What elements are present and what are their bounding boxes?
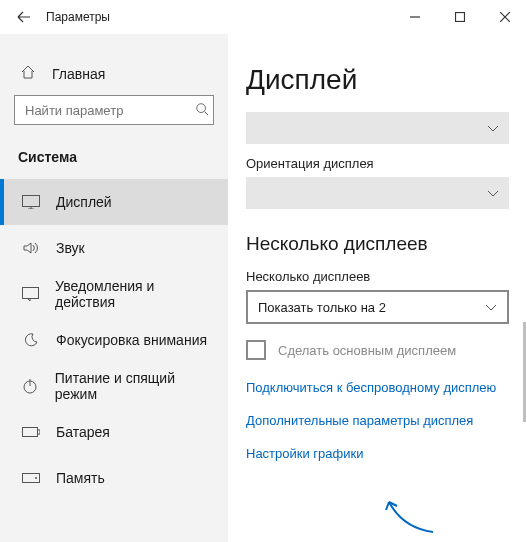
- minimize-button[interactable]: [392, 2, 437, 32]
- battery-icon: [22, 426, 40, 438]
- content-pane: Дисплей Ориентация дисплея Несколько дис…: [228, 34, 527, 542]
- sidebar-item-label: Питание и спящий режим: [55, 370, 210, 402]
- sidebar-item-label: Фокусировка внимания: [56, 332, 207, 348]
- advanced-display-link[interactable]: Дополнительные параметры дисплея: [246, 413, 509, 428]
- home-icon: [20, 64, 36, 83]
- annotation-arrow: [383, 494, 443, 534]
- sidebar-item-storage[interactable]: Память: [0, 455, 228, 501]
- home-label: Главная: [52, 66, 105, 82]
- category-heading: Система: [0, 141, 228, 179]
- resolution-dropdown[interactable]: [246, 112, 509, 144]
- sidebar-item-label: Звук: [56, 240, 85, 256]
- display-icon: [22, 195, 40, 209]
- sidebar-item-label: Батарея: [56, 424, 110, 440]
- sidebar-item-label: Дисплей: [56, 194, 112, 210]
- focus-icon: [22, 332, 40, 348]
- sidebar-item-focus[interactable]: Фокусировка внимания: [0, 317, 228, 363]
- storage-icon: [22, 473, 40, 483]
- window-title: Параметры: [46, 10, 110, 24]
- make-primary-checkbox: Сделать основным дисплеем: [246, 340, 509, 360]
- multi-displays-heading: Несколько дисплеев: [246, 233, 509, 255]
- back-button[interactable]: [8, 0, 40, 34]
- notifications-icon: [22, 287, 39, 301]
- svg-rect-3: [23, 288, 39, 299]
- multi-displays-value: Показать только на 2: [258, 300, 386, 315]
- sidebar-item-sound[interactable]: Звук: [0, 225, 228, 271]
- svg-point-1: [197, 103, 206, 112]
- sound-icon: [22, 241, 40, 255]
- svg-rect-2: [23, 196, 40, 207]
- sidebar-item-notifications[interactable]: Уведомления и действия: [0, 271, 228, 317]
- svg-point-7: [35, 477, 37, 479]
- multi-displays-label: Несколько дисплеев: [246, 269, 509, 284]
- svg-rect-5: [23, 428, 38, 437]
- sidebar: Главная Система Дисплей Звук: [0, 34, 228, 542]
- power-icon: [22, 378, 39, 394]
- search-field[interactable]: [23, 102, 195, 119]
- orientation-label: Ориентация дисплея: [246, 156, 509, 171]
- checkbox-icon: [246, 340, 266, 360]
- sidebar-item-label: Память: [56, 470, 105, 486]
- search-input[interactable]: [14, 95, 214, 125]
- page-heading: Дисплей: [246, 64, 509, 96]
- graphics-settings-link[interactable]: Настройки графики: [246, 446, 509, 461]
- multi-displays-dropdown[interactable]: Показать только на 2: [246, 290, 509, 324]
- sidebar-item-power[interactable]: Питание и спящий режим: [0, 363, 228, 409]
- svg-rect-0: [455, 13, 464, 22]
- home-link[interactable]: Главная: [0, 58, 228, 95]
- chevron-down-icon: [485, 300, 497, 315]
- orientation-dropdown[interactable]: [246, 177, 509, 209]
- chevron-down-icon: [487, 186, 499, 201]
- sidebar-item-display[interactable]: Дисплей: [0, 179, 228, 225]
- sidebar-item-battery[interactable]: Батарея: [0, 409, 228, 455]
- scrollbar[interactable]: [523, 322, 526, 422]
- sidebar-item-label: Уведомления и действия: [55, 278, 210, 310]
- maximize-button[interactable]: [437, 2, 482, 32]
- chevron-down-icon: [487, 121, 499, 136]
- close-button[interactable]: [482, 2, 527, 32]
- make-primary-label: Сделать основным дисплеем: [278, 343, 456, 358]
- wireless-display-link[interactable]: Подключиться к беспроводному дисплею: [246, 380, 509, 395]
- search-icon: [195, 102, 209, 119]
